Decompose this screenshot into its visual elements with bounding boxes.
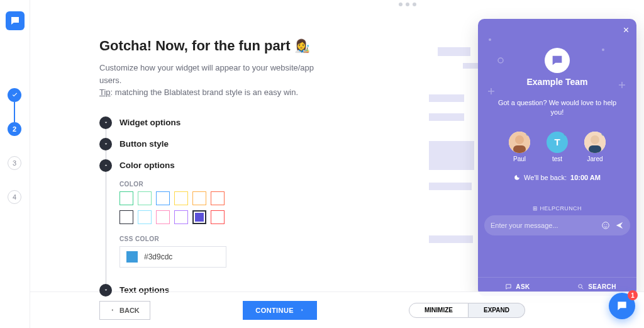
- css-color-sublabel: CSS COLOR: [119, 235, 392, 242]
- chevron-up-icon: [99, 159, 112, 172]
- widget-brand: ⊞ HELPCRUNCH: [478, 205, 636, 212]
- continue-button[interactable]: CONTINUE: [243, 301, 317, 320]
- check-icon: [11, 92, 18, 99]
- notification-badge: 1: [628, 290, 638, 300]
- chat-widget-preview: Example Team Got a question? We would lo…: [478, 19, 636, 296]
- agent-jared[interactable]: Jared: [584, 132, 606, 162]
- chat-launcher-fab[interactable]: 1: [609, 293, 635, 319]
- chevron-left-icon: [110, 307, 114, 314]
- swatch-row-2: [119, 210, 245, 224]
- widget-logo: [545, 48, 570, 73]
- widget-tagline: Got a question? We would love to help yo…: [478, 98, 636, 118]
- page-description: Customize how your widget will appear to…: [99, 62, 338, 99]
- widget-message-input[interactable]: [491, 222, 596, 229]
- svg-rect-5: [513, 145, 526, 153]
- color-swatch[interactable]: [119, 191, 133, 205]
- color-swatch[interactable]: [211, 191, 225, 205]
- main-footer: BACK CONTINUE: [30, 291, 392, 328]
- color-swatch[interactable]: [138, 210, 152, 224]
- section-button-style[interactable]: Button style: [99, 138, 392, 150]
- emoji-icon[interactable]: [601, 221, 610, 230]
- search-icon: [577, 283, 584, 290]
- expand-button[interactable]: EXPAND: [469, 303, 525, 318]
- svg-point-7: [591, 135, 599, 144]
- artist-emoji: 👩‍🎨: [294, 38, 310, 54]
- chat-icon: [550, 54, 564, 67]
- status-online-icon: [601, 132, 606, 136]
- svg-point-11: [606, 224, 607, 225]
- window-traffic-dots: [399, 3, 416, 6]
- send-icon[interactable]: [615, 221, 624, 230]
- widget-agents: Paul T test Jared: [478, 132, 636, 162]
- color-options-body: COLOR CSS COLOR #3d9cdc: [119, 181, 392, 268]
- section-color-options-label: Color options: [119, 161, 175, 170]
- css-color-value: #3d9cdc: [144, 252, 172, 261]
- svg-point-0: [498, 58, 503, 63]
- widget-back-row: We'll be back: 10:00 AM: [478, 174, 636, 181]
- svg-point-12: [579, 285, 582, 288]
- tip-label: Tip: [99, 88, 111, 97]
- continue-button-label: CONTINUE: [255, 307, 294, 314]
- color-sublabel: COLOR: [119, 181, 392, 188]
- color-swatch[interactable]: [192, 191, 206, 205]
- options-list: Widget options Button style Color option…: [99, 116, 392, 297]
- chevron-down-icon: [99, 284, 112, 297]
- page-title: Gotcha! Now, for the fun part 👩‍🎨: [99, 38, 392, 54]
- chat-icon: [505, 283, 512, 290]
- main-panel: Gotcha! Now, for the fun part 👩‍🎨 Custom…: [30, 0, 392, 328]
- left-rail: 2 3 4: [0, 0, 30, 328]
- color-swatch[interactable]: [211, 210, 225, 224]
- swatch-row-1: [119, 191, 245, 205]
- close-icon: [622, 26, 630, 34]
- css-color-input[interactable]: #3d9cdc: [119, 246, 226, 268]
- color-swatch[interactable]: [192, 210, 206, 224]
- widget-back-time: 10:00 AM: [570, 174, 601, 181]
- svg-point-4: [515, 135, 524, 144]
- step-2-active[interactable]: 2: [8, 122, 21, 136]
- preview-footer: MINIMIZE EXPAND: [392, 291, 644, 328]
- status-online-icon: [564, 132, 568, 136]
- chevron-right-icon: [300, 307, 304, 314]
- widget-team-name: Example Team: [478, 77, 636, 87]
- svg-point-9: [602, 222, 609, 229]
- chevron-down-icon: [99, 138, 112, 150]
- step-1-done[interactable]: [8, 88, 21, 102]
- agent-name: test: [552, 156, 562, 162]
- section-color-options[interactable]: Color options: [99, 159, 392, 172]
- minimize-button[interactable]: MINIMIZE: [409, 303, 469, 318]
- svg-rect-8: [589, 145, 601, 153]
- back-button-label: BACK: [119, 307, 140, 314]
- agent-avatar: [584, 132, 606, 153]
- section-widget-options[interactable]: Widget options: [99, 116, 392, 129]
- section-widget-options-label: Widget options: [119, 118, 180, 127]
- step-4[interactable]: 4: [8, 190, 21, 204]
- agent-name: Jared: [587, 156, 602, 162]
- agent-paul[interactable]: Paul: [509, 132, 530, 162]
- preview-pane: Example Team Got a question? We would lo…: [392, 0, 644, 328]
- status-online-icon: [526, 132, 530, 136]
- agent-test[interactable]: T test: [547, 132, 568, 162]
- section-button-style-label: Button style: [119, 139, 169, 149]
- moon-icon: [514, 174, 520, 181]
- widget-close-button[interactable]: [622, 25, 630, 37]
- color-swatch[interactable]: [156, 191, 170, 205]
- widget-back-prefix: We'll be back:: [524, 174, 567, 181]
- color-swatch[interactable]: [138, 191, 152, 205]
- agent-avatar: [509, 132, 530, 153]
- widget-message-box[interactable]: [484, 215, 630, 235]
- svg-point-2: [602, 48, 604, 51]
- chevron-down-icon: [99, 116, 112, 129]
- color-swatch[interactable]: [174, 191, 188, 205]
- color-swatch[interactable]: [119, 210, 133, 224]
- agent-avatar: T: [547, 132, 568, 153]
- step-3[interactable]: 3: [8, 156, 21, 170]
- page-title-text: Gotcha! Now, for the fun part: [99, 38, 291, 54]
- chat-icon: [616, 300, 628, 312]
- svg-point-10: [604, 224, 605, 225]
- color-swatch[interactable]: [156, 210, 170, 224]
- agent-name: Paul: [513, 156, 526, 162]
- back-button[interactable]: BACK: [99, 301, 150, 320]
- color-swatch[interactable]: [174, 210, 188, 224]
- svg-point-1: [489, 38, 491, 41]
- css-color-chip: [126, 251, 138, 263]
